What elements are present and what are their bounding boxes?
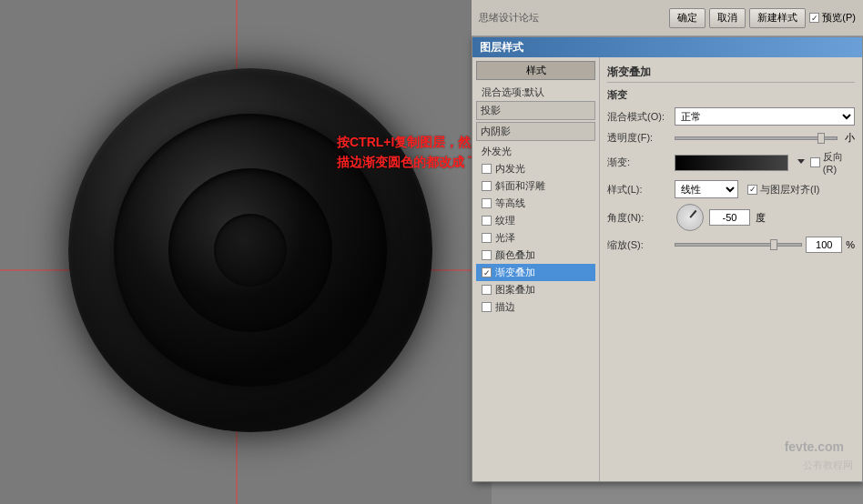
align-layer-checkbox[interactable]: [747, 185, 757, 195]
reverse-label[interactable]: 反向(R): [810, 150, 855, 175]
style-select[interactable]: 线性 径向 角度: [675, 180, 738, 198]
new-style-button[interactable]: 新建样式: [749, 8, 806, 28]
inner-glow-item[interactable]: 内发光: [476, 160, 595, 177]
drop-shadow-item[interactable]: 投影: [476, 101, 595, 120]
preview-check[interactable]: 预览(P): [809, 8, 856, 28]
color-overlay-item[interactable]: 颜色叠加: [476, 247, 595, 264]
top-buttons: 确定 取消 新建样式 预览(P): [669, 8, 856, 28]
reverse-checkbox[interactable]: [810, 157, 820, 167]
stroke-item[interactable]: 描边: [476, 298, 595, 316]
angle-row: 角度(N): 度: [607, 204, 855, 231]
scale-unit: %: [846, 239, 855, 250]
pattern-overlay-item[interactable]: 图案叠加: [476, 281, 595, 298]
gradient-overlay-item[interactable]: 渐变叠加: [476, 264, 595, 281]
section-title: 渐变叠加: [607, 65, 855, 83]
color-overlay-checkbox[interactable]: [482, 250, 492, 260]
bevel-emboss-item[interactable]: 斜面和浮雕: [476, 177, 595, 195]
bevel-emboss-checkbox[interactable]: [482, 181, 492, 191]
center-circle: [214, 214, 287, 287]
watermark-label: 公有教程网: [803, 459, 853, 472]
scale-label: 缩放(S):: [607, 238, 671, 252]
gradient-row: 渐变: 反向(R): [607, 150, 855, 175]
satin-item[interactable]: 光泽: [476, 229, 595, 247]
forum-label: 思绪设计论坛: [479, 11, 539, 25]
gradient-expand-btn[interactable]: [796, 156, 807, 169]
gradient-preview[interactable]: [675, 155, 788, 171]
scale-row: 缩放(S): %: [607, 237, 855, 253]
watermark-site: fevte.com: [785, 439, 844, 454]
blend-options-item[interactable]: 混合选项:默认: [476, 84, 595, 101]
scale-slider[interactable]: [675, 243, 802, 247]
blend-mode-row: 混合模式(O): 正常 溶解 变暗: [607, 107, 855, 126]
preview-label: 预览(P): [822, 11, 856, 25]
layer-style-dialog: 图层样式 样式 混合选项:默认 投影 内阴影 外发光 内发光: [472, 36, 863, 482]
preview-checkbox[interactable]: [809, 13, 819, 23]
texture-item[interactable]: 纹理: [476, 212, 595, 229]
scale-input[interactable]: [806, 237, 842, 253]
outer-ring: [68, 68, 432, 432]
sub-section-title: 渐变: [607, 88, 855, 102]
circle-composition: [46, 27, 455, 473]
stroke-checkbox[interactable]: [482, 302, 492, 312]
satin-checkbox[interactable]: [482, 233, 492, 243]
dialog-body: 样式 混合选项:默认 投影 内阴影 外发光 内发光 斜面和浮雕: [472, 57, 862, 481]
blend-mode-label: 混合模式(O):: [607, 110, 671, 124]
top-bar: 思绪设计论坛 确定 取消 新建样式 预览(P): [472, 0, 863, 36]
opacity-value: 小: [845, 131, 855, 145]
opacity-label: 透明度(F):: [607, 131, 671, 145]
contour-item[interactable]: 等高线: [476, 195, 595, 212]
confirm-button[interactable]: 确定: [669, 8, 706, 28]
cancel-button[interactable]: 取消: [709, 8, 746, 28]
style-label: 样式(L):: [607, 183, 671, 197]
angle-input[interactable]: [709, 209, 750, 226]
gradient-label: 渐变:: [607, 156, 671, 169]
style-list-header: 样式: [476, 61, 595, 80]
angle-dial[interactable]: [676, 204, 704, 231]
align-layer-label[interactable]: 与图层对齐(I): [747, 183, 819, 197]
angle-unit: 度: [756, 211, 766, 225]
inner-ring: [168, 168, 332, 332]
gradient-overlay-checkbox[interactable]: [482, 267, 492, 277]
instruction-text: 按CTRL+I复制图层，然后缩小一个圆，然后把 描边渐变圆色的都改成 下: [337, 132, 492, 173]
dialog-title: 图层样式: [472, 37, 862, 57]
blend-mode-select[interactable]: 正常 溶解 变暗: [675, 107, 855, 126]
inner-shadow-item[interactable]: 内阴影: [476, 122, 595, 141]
opacity-row: 透明度(F): 小: [607, 131, 855, 145]
angle-label: 角度(N):: [607, 211, 671, 225]
texture-checkbox[interactable]: [482, 216, 492, 226]
inner-glow-checkbox[interactable]: [482, 164, 492, 174]
canvas-area: 按CTRL+I复制图层，然后缩小一个圆，然后把 描边渐变圆色的都改成 下: [0, 0, 492, 504]
style-row: 样式(L): 线性 径向 角度 与图层对齐(I): [607, 180, 855, 198]
style-list-panel: 样式 混合选项:默认 投影 内阴影 外发光 内发光 斜面和浮雕: [472, 57, 600, 481]
opacity-slider[interactable]: [675, 136, 838, 140]
settings-panel: 渐变叠加 渐变 混合模式(O): 正常 溶解 变暗 透明度(F):: [600, 57, 862, 481]
pattern-overlay-checkbox[interactable]: [482, 285, 492, 295]
outer-glow-item[interactable]: 外发光: [476, 143, 595, 160]
watermark-label-area: 公有教程网: [803, 459, 853, 472]
contour-checkbox[interactable]: [482, 198, 492, 208]
svg-marker-0: [797, 159, 805, 164]
watermark-area: fevte.com: [785, 439, 844, 454]
